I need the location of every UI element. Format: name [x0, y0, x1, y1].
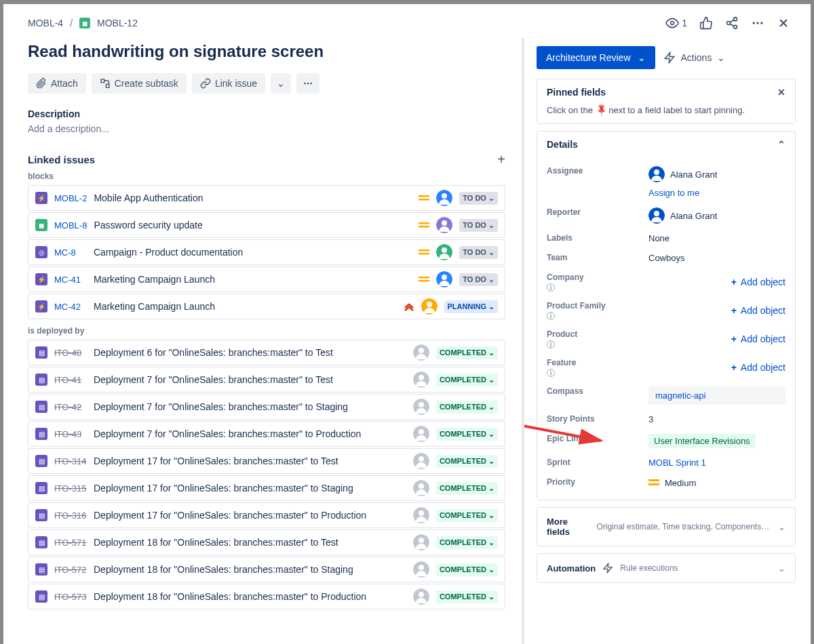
- attach-button[interactable]: Attach: [28, 73, 86, 94]
- issue-summary: Marketing Campaign Launch: [94, 301, 397, 312]
- team-value[interactable]: Cowboys: [648, 253, 786, 263]
- pinned-header: Pinned fields ✕: [537, 79, 795, 105]
- linked-issue-row[interactable]: ▤ ITO-41 Deployment 7 for "OnlineSales: …: [28, 367, 505, 393]
- breadcrumb-current[interactable]: MOBL-12: [97, 18, 138, 28]
- issue-key[interactable]: ITO-316: [54, 510, 87, 521]
- share-icon[interactable]: [725, 16, 739, 30]
- info-icon[interactable]: i: [547, 312, 555, 320]
- issue-key[interactable]: ITO-42: [54, 402, 87, 412]
- sprint-value[interactable]: MOBL Sprint 1: [648, 458, 786, 468]
- issue-type-icon: ⚡: [35, 192, 47, 204]
- svg-point-31: [442, 275, 447, 280]
- body: Read handwriting on signature screen Att…: [3, 38, 811, 644]
- issue-summary: Deployment 18 for "OnlineSales: branches…: [94, 537, 406, 548]
- status-badge[interactable]: COMPLETED ⌄: [436, 346, 498, 359]
- deployed-list: ▤ ITO-40 Deployment 6 for "OnlineSales: …: [28, 340, 505, 609]
- reporter-value[interactable]: Alana Grant: [648, 207, 786, 224]
- assignee-value[interactable]: Alana Grant Assign to me: [648, 166, 786, 198]
- info-icon[interactable]: i: [547, 369, 555, 377]
- assignee-avatar-icon: [413, 371, 429, 388]
- issue-key[interactable]: ITO-40: [54, 348, 87, 358]
- issue-key[interactable]: ITO-41: [54, 375, 87, 385]
- issue-key[interactable]: MOBL-2: [54, 193, 87, 203]
- add-object-pfamily[interactable]: +Add object: [731, 305, 786, 316]
- actions-dropdown[interactable]: Actions ⌄: [663, 52, 726, 64]
- svg-point-14: [307, 83, 309, 85]
- svg-rect-24: [419, 249, 429, 251]
- status-dropdown[interactable]: Architecture Review ⌄: [537, 46, 655, 69]
- status-badge[interactable]: TO DO ⌄: [459, 273, 498, 286]
- breadcrumb-parent[interactable]: MOBL-4: [28, 18, 63, 28]
- close-pinned-icon[interactable]: ✕: [777, 87, 786, 98]
- status-badge[interactable]: TO DO ⌄: [459, 219, 498, 232]
- add-link-icon[interactable]: +: [497, 152, 505, 167]
- issue-key[interactable]: MC-42: [54, 302, 87, 312]
- status-badge[interactable]: COMPLETED ⌄: [436, 428, 498, 441]
- linked-issue-row[interactable]: ▤ ITO-314 Deployment 17 for "OnlineSales…: [28, 448, 505, 474]
- status-badge[interactable]: COMPLETED ⌄: [436, 509, 498, 522]
- status-badge[interactable]: COMPLETED ⌄: [436, 455, 498, 468]
- watch-count[interactable]: 1: [665, 16, 687, 30]
- subtask-button[interactable]: Create subtask: [92, 73, 187, 94]
- linked-issue-row[interactable]: ▤ ITO-42 Deployment 7 for "OnlineSales: …: [28, 394, 505, 420]
- labels-value[interactable]: None: [648, 233, 786, 243]
- link-issue-button[interactable]: Link issue: [192, 73, 265, 94]
- status-badge[interactable]: COMPLETED ⌄: [436, 374, 498, 386]
- thumbs-up-icon[interactable]: [699, 16, 713, 30]
- linked-issue-row[interactable]: ◼ MOBL-8 Password security update TO DO …: [28, 212, 505, 238]
- status-badge[interactable]: COMPLETED ⌄: [436, 536, 498, 549]
- issue-key[interactable]: MC-41: [54, 275, 87, 285]
- svg-point-27: [442, 247, 447, 253]
- details-header[interactable]: Details ⌃: [537, 132, 795, 157]
- more-icon[interactable]: [751, 16, 764, 30]
- issue-title[interactable]: Read handwriting on signature screen: [28, 42, 505, 61]
- issue-key[interactable]: MC-8: [54, 247, 87, 258]
- linked-issue-row[interactable]: ⚡ MC-42 Marketing Campaign Launch PLANNI…: [28, 294, 505, 319]
- linked-issue-row[interactable]: ▤ ITO-40 Deployment 6 for "OnlineSales: …: [28, 340, 505, 365]
- linked-issue-row[interactable]: ▤ ITO-315 Deployment 17 for "OnlineSales…: [28, 475, 505, 501]
- linked-issue-row[interactable]: ⚡ MC-41 Marketing Campaign Launch TO DO …: [28, 266, 505, 292]
- pinned-body: Click on the 📌 next to a field label to …: [537, 105, 795, 123]
- toolbar-more-button[interactable]: [296, 73, 319, 94]
- info-icon[interactable]: i: [547, 340, 555, 348]
- close-icon[interactable]: [777, 16, 790, 30]
- more-fields-panel[interactable]: More fields Original estimate, Time trac…: [537, 507, 796, 546]
- status-badge[interactable]: TO DO ⌄: [459, 192, 498, 205]
- issue-key[interactable]: ITO-573: [54, 592, 87, 602]
- status-badge[interactable]: COMPLETED ⌄: [436, 590, 498, 603]
- description-placeholder[interactable]: Add a description...: [28, 123, 505, 134]
- compass-value[interactable]: magnetic-api: [648, 386, 786, 405]
- info-icon[interactable]: i: [547, 283, 555, 291]
- linked-issue-row[interactable]: ⚡ MOBL-2 Mobile App Authentication TO DO…: [28, 185, 505, 211]
- issue-key[interactable]: ITO-572: [54, 565, 87, 575]
- add-object-feature[interactable]: +Add object: [731, 362, 786, 373]
- linked-issue-row[interactable]: ◎ MC-8 Campaign - Product documentation …: [28, 239, 505, 265]
- assign-to-me-link[interactable]: Assign to me: [648, 188, 699, 198]
- status-badge[interactable]: TO DO ⌄: [459, 246, 498, 259]
- issue-key[interactable]: ITO-43: [54, 429, 87, 439]
- issue-key[interactable]: ITO-571: [54, 538, 87, 548]
- add-object-product[interactable]: +Add object: [731, 334, 786, 344]
- add-object-company[interactable]: +Add object: [731, 277, 786, 287]
- status-badge[interactable]: PLANNING ⌄: [444, 300, 499, 313]
- priority-value[interactable]: Medium: [648, 477, 786, 488]
- status-badge[interactable]: COMPLETED ⌄: [436, 563, 498, 576]
- link-dropdown-button[interactable]: ⌄: [271, 73, 291, 94]
- issue-type-icon: ⚡: [35, 300, 47, 313]
- issue-key[interactable]: MOBL-8: [54, 220, 87, 230]
- issue-key[interactable]: ITO-315: [54, 483, 87, 494]
- status-badge[interactable]: COMPLETED ⌄: [436, 401, 498, 414]
- linked-issue-row[interactable]: ▤ ITO-43 Deployment 7 for "OnlineSales: …: [28, 421, 505, 447]
- linked-issue-row[interactable]: ▤ ITO-572 Deployment 18 for "OnlineSales…: [28, 557, 505, 582]
- story-points-value[interactable]: 3: [648, 414, 786, 424]
- assignee-avatar-icon: [421, 298, 438, 315]
- linked-issue-row[interactable]: ▤ ITO-573 Deployment 18 for "OnlineSales…: [28, 584, 505, 609]
- automation-panel[interactable]: Automation Rule executions ⌄: [537, 553, 796, 583]
- svg-point-7: [756, 22, 758, 24]
- linked-issue-row[interactable]: ▤ ITO-571 Deployment 18 for "OnlineSales…: [28, 529, 505, 555]
- linked-issue-row[interactable]: ▤ ITO-316 Deployment 17 for "OnlineSales…: [28, 502, 505, 528]
- issue-key[interactable]: ITO-314: [54, 456, 87, 466]
- epic-value[interactable]: User Interface Revisions: [648, 434, 786, 448]
- status-badge[interactable]: COMPLETED ⌄: [436, 482, 498, 495]
- compass-label: Compass: [547, 386, 648, 405]
